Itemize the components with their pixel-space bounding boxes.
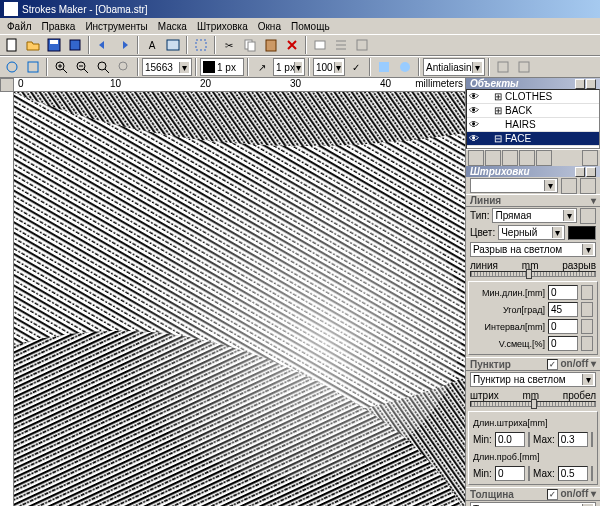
mode1-icon[interactable]: [493, 57, 513, 77]
menu-помощь[interactable]: Помощь: [286, 21, 335, 32]
close-icon[interactable]: [575, 167, 585, 177]
select-icon[interactable]: [191, 35, 211, 55]
width-mode-combo[interactable]: ▾: [470, 502, 596, 506]
eye-icon[interactable]: 👁: [469, 119, 481, 130]
zoom-in-icon[interactable]: [51, 57, 71, 77]
zoom-input[interactable]: [145, 62, 179, 73]
spinner-icon[interactable]: [581, 319, 593, 334]
line-prop-input[interactable]: [548, 336, 578, 351]
line-slider[interactable]: [470, 271, 596, 277]
aa-combo[interactable]: ▾: [423, 58, 485, 76]
min-icon[interactable]: [586, 79, 596, 89]
spinner-icon[interactable]: [581, 302, 593, 317]
spinner-icon[interactable]: [581, 285, 593, 300]
line-type-combo[interactable]: ▾: [492, 208, 577, 223]
list-icon[interactable]: [331, 35, 351, 55]
canvas[interactable]: [14, 92, 465, 506]
layer-btn-5[interactable]: [536, 150, 552, 166]
menu-файл[interactable]: Файл: [2, 21, 37, 32]
svg-rect-2: [50, 40, 58, 44]
layer-row[interactable]: 👁⊞CLOTHES: [467, 90, 599, 104]
tool-b-icon[interactable]: [23, 57, 43, 77]
dash-slider[interactable]: [470, 401, 596, 407]
props-icon[interactable]: [310, 35, 330, 55]
line-prop-input[interactable]: [548, 319, 578, 334]
layer-btn-3[interactable]: [502, 150, 518, 166]
pct-combo[interactable]: ▾: [313, 58, 345, 76]
image-icon[interactable]: [163, 35, 183, 55]
dash-min1[interactable]: [495, 432, 525, 447]
dash-min2[interactable]: [495, 466, 525, 481]
objects-panel-title: Объекты: [466, 78, 600, 89]
spinner-icon[interactable]: [581, 336, 593, 351]
cut-icon[interactable]: ✂: [219, 35, 239, 55]
menu-инструменты[interactable]: Инструменты: [80, 21, 152, 32]
menu-правка[interactable]: Правка: [37, 21, 81, 32]
svg-rect-7: [248, 42, 255, 51]
linew-combo[interactable]: ▾: [273, 58, 305, 76]
zoom-fit-icon[interactable]: [93, 57, 113, 77]
layer-btn-1[interactable]: [468, 150, 484, 166]
line-section: Линия▾: [466, 194, 600, 207]
undo-icon[interactable]: [93, 35, 113, 55]
layer-btn-2[interactable]: [485, 150, 501, 166]
svg-rect-3: [70, 40, 80, 50]
objects-toolbar: [466, 149, 600, 166]
open-icon[interactable]: [23, 35, 43, 55]
menu-штриховка[interactable]: Штриховка: [192, 21, 253, 32]
layer-row[interactable]: 👁HAIRS: [467, 118, 599, 132]
mode2-icon[interactable]: [514, 57, 534, 77]
strokes-combo[interactable]: ▾: [470, 178, 558, 193]
svg-point-15: [98, 62, 106, 70]
color-swatch[interactable]: [568, 226, 596, 240]
zoom-sel-icon[interactable]: [114, 57, 134, 77]
width-checkbox[interactable]: ✓: [547, 489, 558, 500]
dash-max1[interactable]: [558, 432, 588, 447]
font-icon[interactable]: A: [142, 35, 162, 55]
ruler-horizontal: 0 10 20 30 40 millimeters: [0, 78, 465, 92]
min-icon[interactable]: [586, 167, 596, 177]
menu-окна[interactable]: Окна: [253, 21, 286, 32]
preview-icon[interactable]: [395, 57, 415, 77]
eye-icon[interactable]: 👁: [469, 105, 481, 116]
tool-a-icon[interactable]: [2, 57, 22, 77]
dash-checkbox[interactable]: ✓: [547, 359, 558, 370]
line-color-combo[interactable]: ▾: [498, 225, 565, 240]
line-prop-input[interactable]: [548, 285, 578, 300]
expand-icon[interactable]: ⊞: [493, 105, 503, 116]
save-icon[interactable]: [44, 35, 64, 55]
menu-маска[interactable]: Маска: [153, 21, 192, 32]
dash-mode-combo[interactable]: ▾: [470, 372, 596, 387]
zoom-out-icon[interactable]: [72, 57, 92, 77]
delete-icon[interactable]: [282, 35, 302, 55]
px-combo[interactable]: [200, 58, 244, 76]
eye-icon[interactable]: 👁: [469, 133, 481, 144]
new-icon[interactable]: [2, 35, 22, 55]
layer-row[interactable]: 👁⊟FACE: [467, 132, 599, 146]
layer-list[interactable]: 👁⊞CLOTHES👁⊞BACK👁HAIRS👁⊟FACE👁Плоскость👁Пл…: [466, 89, 600, 149]
svg-point-31: [118, 173, 463, 477]
layer-btn-4[interactable]: [519, 150, 535, 166]
expand-icon[interactable]: ⊟: [493, 133, 503, 144]
paste-icon[interactable]: [261, 35, 281, 55]
close-icon[interactable]: [575, 79, 585, 89]
svg-point-11: [7, 62, 17, 72]
line-type-btn[interactable]: [580, 208, 596, 224]
render-icon[interactable]: [374, 57, 394, 77]
redo-icon[interactable]: [114, 35, 134, 55]
line-gap-combo[interactable]: ▾: [470, 242, 596, 257]
expand-icon[interactable]: ⊞: [493, 91, 503, 102]
layer-btn-6[interactable]: [582, 150, 598, 166]
copy-icon[interactable]: [240, 35, 260, 55]
dash-max2[interactable]: [558, 466, 588, 481]
arrow-icon[interactable]: ↗: [252, 57, 272, 77]
saveall-icon[interactable]: [65, 35, 85, 55]
layer-row[interactable]: 👁⊞BACK: [467, 104, 599, 118]
zoom-combo[interactable]: ▾: [142, 58, 192, 76]
apply-icon[interactable]: ✓: [346, 57, 366, 77]
panel-icon[interactable]: [352, 35, 372, 55]
eye-icon[interactable]: 👁: [469, 91, 481, 102]
strokes-save-icon[interactable]: [561, 178, 577, 194]
strokes-del-icon[interactable]: [580, 178, 596, 194]
line-prop-input[interactable]: [548, 302, 578, 317]
